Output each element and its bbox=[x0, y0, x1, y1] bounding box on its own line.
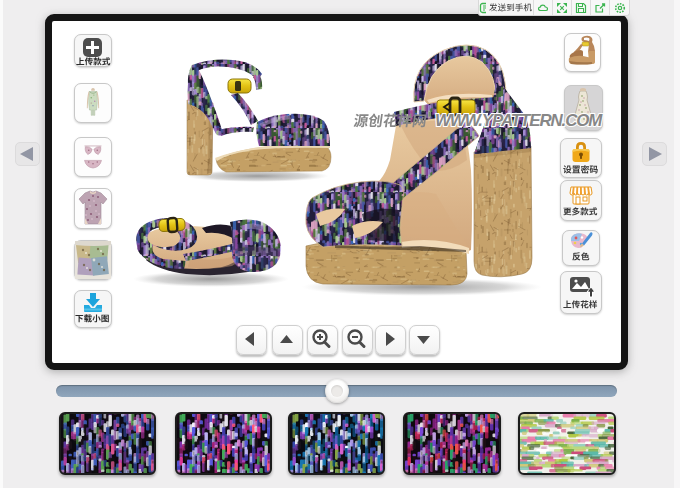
svg-text:WWW.YPATTERN.COM: WWW.YPATTERN.COM bbox=[435, 111, 603, 130]
